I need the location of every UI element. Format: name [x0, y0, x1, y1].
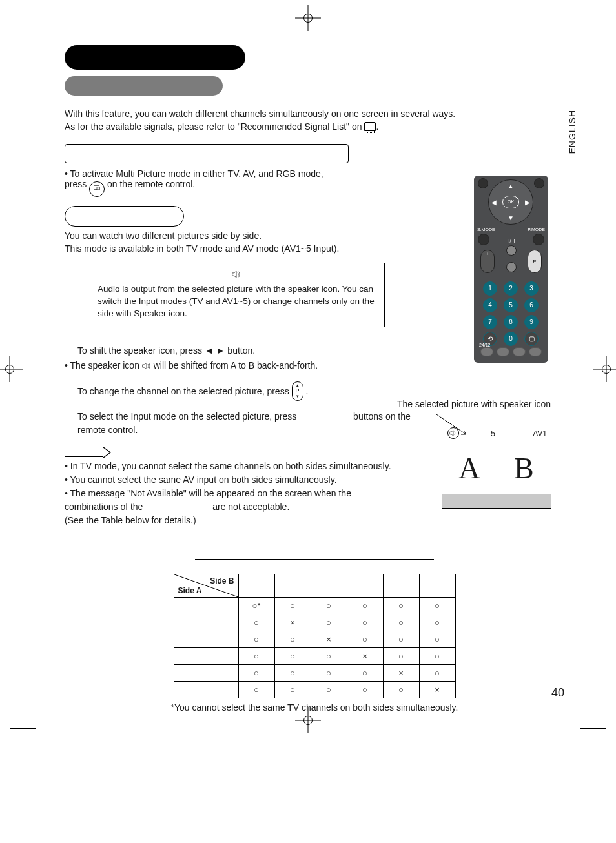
instr-input-a: To select the Input mode on the selected… [77, 411, 299, 421]
cell-5-6: ○ [419, 665, 455, 682]
intro-line1: With this feature, you can watch differe… [65, 108, 455, 119]
cell-4-2: ○ [274, 648, 311, 665]
selected-picture-caption: The selected picture with speaker icon [390, 399, 558, 409]
remote-btn-top-left [478, 178, 488, 188]
remote-vol-rocker: + − [480, 250, 495, 273]
notes-bullet-4: (See the Table below for details.) [65, 514, 564, 527]
remote-num-0: 0 [504, 332, 518, 346]
row-head-2 [174, 614, 238, 631]
col-head-2 [274, 574, 311, 598]
crop-mark-tl [10, 10, 36, 36]
speaker-icon [142, 362, 151, 370]
cell-1-5: ○ [383, 598, 419, 614]
dpad-left-icon: ◀ [491, 199, 497, 206]
remote-color-btn-4 [529, 347, 542, 356]
cell-4-3: ○ [311, 648, 347, 665]
row-head-1 [174, 598, 238, 614]
remote-prog-label: P [528, 259, 541, 265]
col-head-5 [383, 574, 419, 598]
ab-top-bar: 5 AV1 [442, 425, 551, 442]
col-head-1 [238, 574, 274, 598]
cell-2-6: ○ [419, 614, 455, 631]
note-audio-line1: Audio is output from the selected pictur… [98, 284, 340, 294]
svg-rect-1 [97, 187, 100, 189]
activate-line1: • To activate Multi Picture mode in eith… [65, 168, 323, 179]
col-head-6 [419, 574, 455, 598]
remote-num-7: 7 [483, 315, 497, 329]
cell-5-1: ○ [238, 665, 274, 682]
cell-6-1: ○ [238, 682, 274, 698]
registration-mark-top [295, 5, 321, 31]
remote-num-9: 9 [524, 315, 539, 329]
remote-color-btn-2 [497, 347, 509, 356]
cell-4-5: ○ [383, 648, 419, 665]
cell-4-1: ○ [238, 648, 274, 665]
row-head-6 [174, 682, 238, 698]
remote-label-smode: S.MODE [477, 227, 495, 232]
remote-prog-rocker: P [528, 250, 542, 273]
activate-line2b: on the remote control. [107, 179, 195, 189]
instr-change-b: . [305, 386, 308, 396]
intro-line2a: As for the available signals, please ref… [65, 121, 364, 132]
cell-6-2: ○ [274, 682, 311, 698]
multipic-key-icon [89, 181, 105, 197]
cell-6-3: ○ [311, 682, 347, 698]
ab-speaker-badge [447, 427, 459, 439]
notes-arrow-tab [65, 447, 103, 457]
remote-label-pmode: P.MODE [528, 227, 545, 232]
table-rule [195, 559, 434, 560]
remote-ok-button: OK [502, 196, 519, 208]
diag-header: Side B Side A [174, 574, 238, 598]
cell-1-1: ○* [238, 598, 274, 614]
notes-bullet-3c: are not acceptable. [212, 502, 289, 512]
dpad-down-icon: ▼ [508, 214, 514, 221]
remote-num-5: 5 [504, 298, 518, 312]
cell-6-5: ○ [383, 682, 419, 698]
cell-2-4: ○ [347, 614, 383, 631]
audio-note-box: Audio is output from the selected pictur… [88, 263, 385, 327]
cell-3-1: ○ [238, 631, 274, 648]
cell-5-3: ○ [311, 665, 347, 682]
twin-line2: This mode is available in both TV mode a… [65, 243, 339, 254]
ab-label-channel: 5 [491, 429, 495, 438]
remote-color-row [480, 347, 542, 358]
remote-label-i-ii: I / II [508, 239, 515, 243]
remote-btn-smode [478, 234, 489, 245]
registration-mark-right [593, 356, 616, 382]
col-head-3 [311, 574, 347, 598]
speaker-icon [232, 270, 241, 278]
dpad-up-icon: ▲ [508, 183, 514, 190]
remote-num-6: 6 [524, 298, 539, 312]
instr-change-a: To change the channel on the selected pi… [77, 386, 292, 396]
remote-num-2: 2 [504, 281, 518, 296]
cell-6-6: × [419, 682, 455, 698]
registration-mark-bottom [295, 707, 321, 733]
subsection-box-2 [65, 206, 184, 227]
cell-3-2: ○ [274, 631, 311, 648]
cell-3-5: ○ [383, 631, 419, 648]
dpad-right-icon: ▶ [525, 199, 530, 206]
remote-btn-top-right [534, 178, 544, 188]
page-ref-icon [364, 122, 376, 131]
remote-num-4: 4 [483, 298, 497, 312]
notes-bullet-3b: combinations of the [65, 502, 145, 512]
cell-3-3: × [311, 631, 347, 648]
remote-color-btn-1 [480, 347, 493, 356]
compat-table: Side B Side A ○* ○ ○ ○ ○ ○ ○ × ○ ○ ○ [174, 574, 456, 698]
cell-2-1: ○ [238, 614, 274, 631]
registration-mark-left [0, 356, 23, 382]
crop-mark-br [580, 703, 606, 729]
p-key-icon: P [292, 381, 303, 401]
cell-6-4: ○ [347, 682, 383, 698]
cell-2-2: × [274, 614, 311, 631]
intro-line2b: . [376, 121, 378, 132]
instr-speaker-b: will be shifted from A to B back-and-for… [154, 360, 318, 371]
ab-mid-row: A B [442, 442, 551, 494]
remote-btn-i-ii [506, 245, 517, 256]
diag-label-side-a: Side A [178, 586, 202, 595]
cell-5-2: ○ [274, 665, 311, 682]
ab-cell-a: A [442, 442, 497, 494]
subsection-box-1 [65, 144, 349, 163]
cell-1-6: ○ [419, 598, 455, 614]
cell-1-2: ○ [274, 598, 311, 614]
